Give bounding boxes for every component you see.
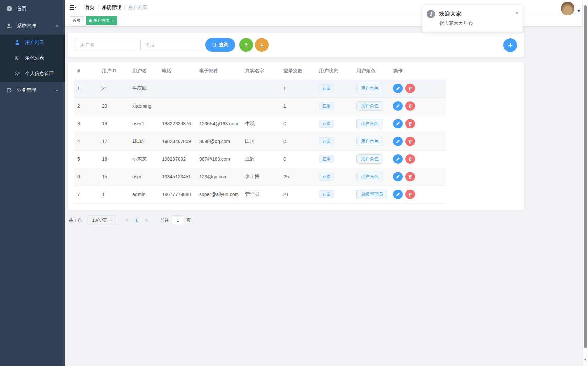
delete-button[interactable] — [405, 172, 415, 181]
table-row: 615user13345123451123@qq.com李士博25正常用户角色 — [74, 168, 446, 186]
sidebar-item-label: 系统管理 — [17, 23, 36, 29]
cell-phone: 13345123451 — [159, 168, 196, 186]
cell-email — [196, 97, 242, 115]
trash-icon — [408, 192, 412, 197]
breadcrumb-separator: / — [97, 5, 99, 10]
cell-index: 4 — [74, 133, 98, 150]
cell-status: 正常 — [316, 80, 353, 97]
add-button[interactable] — [503, 38, 517, 52]
prev-page-button[interactable]: < — [125, 217, 128, 223]
cell-realname: 管理员 — [242, 186, 280, 203]
table-header-row: #用户ID用户名电话电子邮件真实名字登录次数用户状态用户角色操作 — [74, 63, 446, 80]
scroll-down-arrow[interactable] — [583, 361, 588, 365]
sidebar-item-label: 角色列表 — [25, 55, 44, 61]
sidebar-item-label: 业务管理 — [17, 87, 36, 93]
form-icon — [6, 87, 12, 93]
cell-role: 超级管理员 — [353, 186, 390, 203]
edit-button[interactable] — [393, 84, 403, 93]
sidebar-item-profile[interactable]: 个人信息管理 — [0, 66, 65, 82]
page-size-value: 10条/页 — [92, 217, 107, 223]
cell-actions — [390, 115, 446, 133]
cell-actions — [390, 97, 446, 115]
search-card: 查询 — [68, 33, 525, 57]
query-button[interactable]: 查询 — [205, 38, 235, 52]
cell-user-id: 1 — [98, 186, 129, 203]
cell-user-id: 17 — [98, 133, 129, 150]
cell-username: user — [129, 168, 159, 186]
delete-button[interactable] — [405, 101, 415, 111]
caret-down-icon[interactable] — [577, 10, 581, 12]
search-icon — [212, 42, 217, 48]
close-icon[interactable]: × — [112, 19, 114, 23]
scrollbar-thumb[interactable] — [584, 5, 587, 348]
table-row: 318user118822339876123654@163.com牛凯0正常用户… — [74, 115, 446, 133]
sidebar-item-role-list[interactable]: 角色列表 — [0, 50, 65, 66]
cell-phone: 19823467809 — [159, 133, 196, 150]
tag-user-list[interactable]: 用户列表 × — [86, 16, 117, 25]
download-button[interactable] — [255, 38, 269, 52]
cell-realname — [242, 97, 280, 115]
cell-realname — [242, 80, 280, 97]
cell-login-count: 0 — [280, 133, 316, 150]
sidebar: 首页 系统管理 用户列表 角色列表 个人信息管理 — [0, 0, 65, 366]
delete-button[interactable] — [405, 137, 415, 146]
status-badge: 正常 — [319, 84, 334, 92]
page-size-select[interactable]: 10条/页 — [88, 215, 116, 225]
username-input[interactable] — [75, 39, 136, 51]
edit-button[interactable] — [393, 190, 403, 199]
phone-input[interactable] — [140, 39, 201, 51]
avatar[interactable] — [561, 2, 574, 15]
tag-label: 用户列表 — [93, 18, 110, 23]
delete-button[interactable] — [405, 84, 415, 93]
notification-title: 欢迎大家 — [439, 11, 461, 18]
sidebar-submenu-system: 用户列表 角色列表 个人信息管理 — [0, 35, 65, 82]
notification: i 欢迎大家 × 祝大家天天开心 — [422, 5, 523, 33]
cell-phone: 18677778888 — [159, 186, 196, 203]
scrollbar — [582, 0, 588, 366]
upload-button[interactable] — [239, 38, 253, 52]
breadcrumb-home[interactable]: 首页 — [85, 4, 94, 11]
cell-role: 用户角色 — [353, 168, 390, 186]
edit-button[interactable] — [393, 101, 403, 111]
sidebar-item-business[interactable]: 业务管理 — [0, 82, 65, 99]
edit-button[interactable] — [393, 154, 403, 164]
peoples-icon — [14, 55, 20, 61]
delete-button[interactable] — [405, 154, 415, 164]
current-page[interactable]: 1 — [135, 217, 138, 223]
notification-header: i 欢迎大家 — [427, 10, 518, 18]
cell-realname: 田珂 — [242, 133, 280, 150]
sidebar-item-label: 用户列表 — [25, 39, 44, 46]
edit-button[interactable] — [393, 119, 403, 128]
info-icon: i — [427, 10, 435, 18]
column-header: 用户角色 — [353, 63, 390, 80]
table-row: 220xiaoming1正常用户角色 — [74, 97, 446, 115]
sidebar-item-user-list[interactable]: 用户列表 — [0, 35, 65, 50]
scroll-up-arrow[interactable] — [583, 1, 588, 5]
cell-login-count: 0 — [280, 150, 316, 168]
edit-button[interactable] — [393, 137, 403, 146]
column-header: # — [74, 63, 98, 80]
next-page-button[interactable]: > — [145, 217, 148, 223]
sidebar-item-home[interactable]: 首页 — [0, 0, 65, 17]
cell-realname: 李士博 — [242, 168, 280, 186]
delete-button[interactable] — [405, 190, 415, 199]
cell-role: 用户角色 — [353, 97, 390, 115]
hamburger-icon[interactable] — [70, 5, 76, 10]
close-icon[interactable]: × — [515, 10, 518, 16]
goto-page-input[interactable] — [172, 215, 184, 225]
cell-login-count: 1 — [280, 80, 316, 97]
table-row: 71admin18677778888super@aliyun.com管理员21正… — [74, 186, 446, 203]
breadcrumb-section[interactable]: 系统管理 — [102, 4, 121, 11]
tag-home[interactable]: 首页 — [70, 16, 84, 25]
sidebar-item-system[interactable]: 系统管理 — [0, 17, 65, 35]
cell-actions — [390, 186, 446, 203]
delete-button[interactable] — [405, 119, 415, 128]
pagination-total: 共 7 条 — [69, 217, 82, 223]
edit-button[interactable] — [393, 172, 403, 181]
cell-email — [196, 80, 242, 97]
cell-role: 用户角色 — [353, 80, 390, 97]
column-header: 用户名 — [129, 63, 159, 80]
column-header: 电子邮件 — [196, 63, 242, 80]
cell-actions — [390, 150, 446, 168]
role-badge: 用户角色 — [356, 172, 383, 181]
